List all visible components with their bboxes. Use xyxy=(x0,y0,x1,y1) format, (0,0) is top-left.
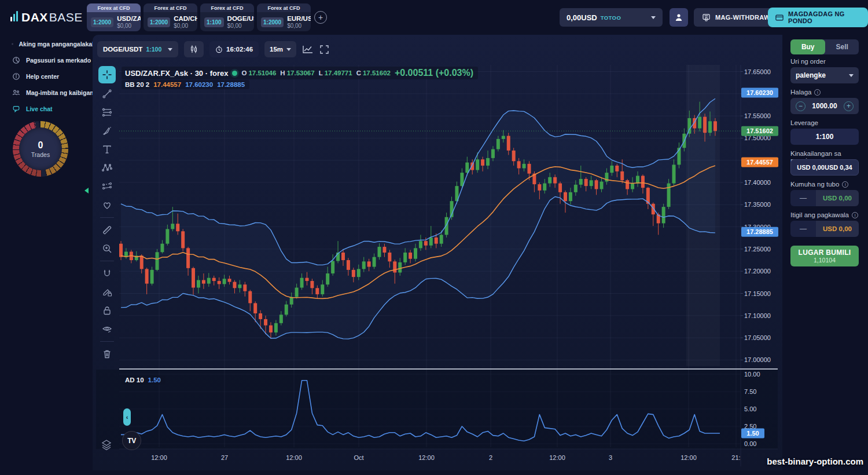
trash-icon xyxy=(101,348,113,360)
ruler-icon xyxy=(101,224,113,236)
ad-indicator-legend[interactable]: AD 10 1.50 xyxy=(122,375,165,385)
sidebar-item-help-center[interactable]: Help center xyxy=(0,68,94,85)
tool-drawing-mode[interactable] xyxy=(96,283,118,301)
crosshair-icon xyxy=(101,69,113,81)
sidebar-menu: Aking mga pangangalakal Pagsusuri sa mer… xyxy=(0,36,94,117)
trend-line-icon xyxy=(101,88,113,100)
sidebar-item-my-trades[interactable]: Aking mga pangangalakal xyxy=(0,36,94,52)
tool-emoji[interactable] xyxy=(96,196,118,214)
sidebar-collapse-arrow[interactable] xyxy=(84,188,89,193)
stop-loss-value[interactable]: USD 0,00 xyxy=(816,221,859,237)
asset-tabs: Forex at CFD 1:2000 USD/ZAR $0,00 Forex … xyxy=(87,3,311,31)
svg-text:12:00: 12:00 xyxy=(549,454,565,461)
svg-text:3: 3 xyxy=(609,454,612,461)
sidebar-item-live-chat[interactable]: Live chat xyxy=(0,101,94,117)
bb-lower-value: 17.28885 xyxy=(217,81,245,88)
tool-remove-drawings[interactable] xyxy=(96,345,118,363)
svg-text:17.15000: 17.15000 xyxy=(744,290,771,297)
stop-loss-clear[interactable]: — xyxy=(790,221,816,237)
order-type-select[interactable]: palengke xyxy=(790,67,859,83)
brush-icon xyxy=(101,125,113,137)
asset-tab-header: Forex at CFD xyxy=(144,3,197,12)
chart-toolbar: DOGE/USDT 1:100 16:02:46 15m xyxy=(97,41,329,57)
tool-magnet[interactable] xyxy=(96,264,118,283)
timeframe-selector[interactable]: 15m xyxy=(264,41,296,57)
place-buy-button[interactable]: LUGAR BUMILI 1,10104 xyxy=(790,246,859,266)
sidebar-item-invite-friend[interactable]: Mag-imbita ng kaibigan xyxy=(0,85,94,101)
amount-input[interactable]: − 1000.00 + xyxy=(790,98,859,114)
asset-tab-eurusd[interactable]: Forex at CFD 1:2000 EUR/USD $0,00 xyxy=(257,3,311,31)
bb-indicator-name: BB 20 2 xyxy=(125,81,149,88)
forecast-icon xyxy=(101,181,113,192)
leverage-chip: 1:100 xyxy=(204,17,224,27)
eye-icon xyxy=(101,323,113,335)
svg-text:17.10000: 17.10000 xyxy=(744,312,771,319)
svg-text:27: 27 xyxy=(221,454,228,461)
take-profit-clear[interactable]: — xyxy=(790,190,816,206)
leverage-value-box[interactable]: 1:100 xyxy=(790,129,859,145)
deposit-button[interactable]: MAGDAGDAG NG PONDO xyxy=(768,8,868,27)
svg-text:7.50: 7.50 xyxy=(744,388,756,395)
ohlc-l-value: 17.49771 xyxy=(325,70,352,76)
tradingview-logo[interactable]: TV xyxy=(122,431,141,450)
chart-type-button[interactable] xyxy=(184,41,204,57)
pencil-lock-icon xyxy=(101,286,113,298)
tool-forecast[interactable] xyxy=(96,177,118,196)
withdraw-button[interactable]: MAG-WITHDRAW xyxy=(694,8,778,27)
asset-tab-dogeusdt[interactable]: Forex at CFD 1:100 DOGE/USDT $0,00 xyxy=(200,3,254,31)
leverage-label: Leverage xyxy=(790,119,859,126)
site-watermark: best-binary-option.com xyxy=(767,456,863,466)
chart-legend[interactable]: USD/ZAR.FX_Ask · 30 · forex O17.51046 H1… xyxy=(122,67,478,79)
people-icon xyxy=(12,88,21,97)
indicator-pane-collapse-handle[interactable]: ‹ xyxy=(123,408,131,426)
object-tree-button[interactable] xyxy=(100,438,113,452)
tool-brush[interactable] xyxy=(96,122,118,140)
chevron-left-icon: ‹ xyxy=(126,414,128,421)
pair-name: EUR/USD xyxy=(287,15,311,23)
sidebar-item-market-analysis[interactable]: Pagsusuri sa merkado xyxy=(0,52,94,68)
asset-tab-usdzar[interactable]: Forex at CFD 1:2000 USD/ZAR $0,00 xyxy=(87,3,141,31)
line-chart-icon xyxy=(302,44,314,54)
tool-lock-all[interactable] xyxy=(96,301,118,320)
balance-dropdown[interactable]: 0,00USD TOTOO xyxy=(560,8,663,27)
info-icon: i xyxy=(852,212,858,218)
svg-text:12:00: 12:00 xyxy=(151,454,167,461)
svg-text:17.55000: 17.55000 xyxy=(744,112,771,119)
indicators-button[interactable] xyxy=(302,44,314,54)
fullscreen-icon xyxy=(319,45,329,54)
trades-donut-chart: 0 Trades xyxy=(13,121,68,177)
symbol-selector[interactable]: DOGE/USDT 1:100 xyxy=(97,41,178,57)
tool-text[interactable] xyxy=(96,140,118,159)
tool-zoom-in[interactable] xyxy=(96,239,118,258)
place-buy-label: LUGAR BUMILI xyxy=(799,249,851,257)
tool-measure[interactable] xyxy=(96,221,118,239)
take-profit-value[interactable]: USD 0,00 xyxy=(816,190,859,206)
tool-fib-lines[interactable] xyxy=(96,103,118,122)
toolbar-divider xyxy=(100,217,114,218)
amount-decrease-button[interactable]: − xyxy=(796,101,806,111)
tool-trend-line[interactable] xyxy=(96,85,118,103)
clock-icon xyxy=(215,46,223,53)
sell-tab[interactable]: Sell xyxy=(825,39,859,54)
ohlc-l-label: L xyxy=(319,70,323,76)
svg-text:17.25000: 17.25000 xyxy=(744,246,771,253)
tool-crosshair[interactable] xyxy=(96,65,118,85)
brand-logo[interactable]: DAX BASE xyxy=(10,10,83,24)
add-asset-button[interactable]: + xyxy=(314,11,327,24)
profile-button[interactable] xyxy=(670,8,688,27)
price-chart-canvas[interactable]: 17.6500017.6000017.5500017.5000017.45000… xyxy=(93,35,782,475)
amount-increase-button[interactable]: + xyxy=(844,101,854,111)
fullscreen-button[interactable] xyxy=(319,45,329,54)
sidebar-item-label: Help center xyxy=(26,73,59,80)
asset-tab-cadchf[interactable]: Forex at CFD 1:2000 CAD/CHF $0,00 xyxy=(144,3,197,31)
leverage-value: 1:100 xyxy=(816,133,834,141)
buy-tab[interactable]: Buy xyxy=(790,39,825,54)
tool-pattern[interactable] xyxy=(96,159,118,177)
info-icon xyxy=(12,72,21,81)
toolbar-divider xyxy=(100,261,114,261)
svg-text:17.40000: 17.40000 xyxy=(744,179,771,186)
bollinger-legend[interactable]: BB 20 2 17.44557 17.60230 17.28885 xyxy=(122,80,249,89)
ohlc-h-value: 17.53067 xyxy=(287,70,315,76)
tool-hide-drawings[interactable] xyxy=(96,320,118,338)
brand-name-secondary: BASE xyxy=(49,10,83,24)
